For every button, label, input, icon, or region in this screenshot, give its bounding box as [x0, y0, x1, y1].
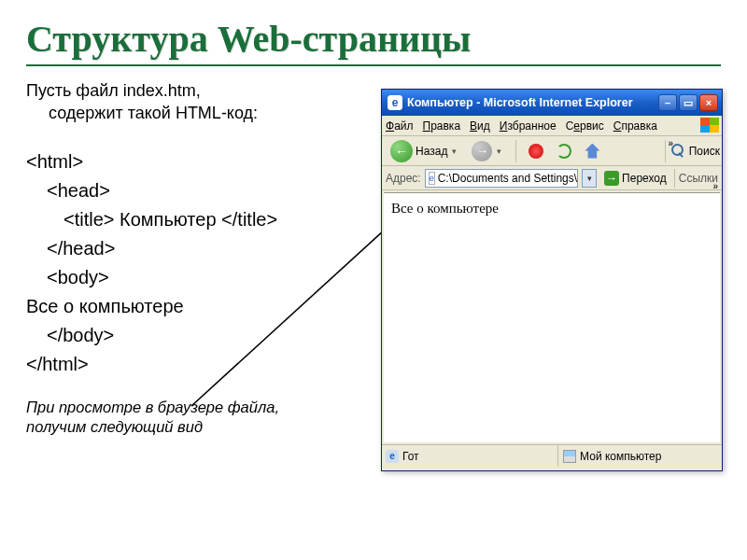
- home-button[interactable]: [580, 142, 604, 161]
- footnote-line-1: При просмотре в браузере файла,: [26, 399, 279, 415]
- status-text: Гот: [402, 450, 419, 463]
- computer-icon: [563, 450, 576, 463]
- links-button[interactable]: Ссылки: [674, 169, 718, 188]
- footnote-line-2: получим следующий вид: [26, 418, 203, 435]
- address-input[interactable]: e C:\Documents and Settings\: [425, 169, 578, 188]
- search-label: Поиск: [689, 145, 720, 158]
- zone-text: Мой компьютер: [580, 450, 661, 463]
- back-button[interactable]: ← Назад ▾: [386, 138, 463, 164]
- titlebar[interactable]: e Компьютер - Microsoft Internet Explore…: [382, 90, 722, 116]
- back-arrow-icon: ←: [390, 140, 413, 162]
- code-line: <html>: [26, 147, 372, 176]
- stop-icon: [529, 144, 543, 159]
- window-title: Компьютер - Microsoft Internet Explorer: [407, 96, 658, 109]
- intro-line-2: содержит такой HTML-код:: [26, 102, 372, 124]
- forward-button[interactable]: → ▾: [467, 139, 508, 163]
- separator: [515, 140, 516, 162]
- stop-button[interactable]: [524, 142, 548, 161]
- search-icon: [671, 144, 686, 159]
- slide-title: Структура Web-страницы: [26, 17, 721, 61]
- menubar: ФФайлайл Правка Вид Избранное Сервис Спр…: [382, 116, 722, 136]
- code-block: <html> <head> <title> Компьютер </title>…: [26, 147, 372, 379]
- code-line: </body>: [26, 321, 372, 350]
- windows-flag-icon: [700, 118, 719, 133]
- address-label: Адрес:: [386, 172, 421, 185]
- code-line: </head>: [26, 234, 372, 263]
- ie-status-icon: e: [386, 450, 399, 463]
- maximize-button[interactable]: ▭: [679, 94, 698, 111]
- refresh-button[interactable]: [552, 142, 576, 161]
- browser-window: e Компьютер - Microsoft Internet Explore…: [381, 89, 723, 471]
- close-button[interactable]: ×: [699, 94, 718, 111]
- go-label: Переход: [622, 172, 667, 185]
- footnote: При просмотре в браузере файла, получим …: [26, 398, 372, 438]
- menu-file[interactable]: ФФайлайл: [386, 119, 414, 133]
- minimize-button[interactable]: –: [658, 94, 677, 111]
- code-line: <body>: [26, 263, 372, 292]
- go-button[interactable]: → Переход: [600, 171, 670, 186]
- search-button[interactable]: Поиск: [665, 140, 720, 162]
- page-content-text: Все о компьютере: [391, 201, 499, 216]
- left-column: Пусть файл index.htm, содержит такой HTM…: [26, 79, 372, 437]
- address-dropdown[interactable]: ▾: [582, 169, 597, 188]
- code-line: Все о компьютере: [26, 292, 372, 321]
- chevron-down-icon[interactable]: ▾: [450, 147, 458, 156]
- ie-icon: e: [388, 95, 402, 110]
- menu-view[interactable]: Вид: [470, 119, 490, 133]
- intro-line-1: Пусть файл index.htm,: [26, 81, 201, 100]
- forward-arrow-icon: →: [472, 141, 492, 161]
- toolbar: ← Назад ▾ → ▾ » Поиск: [382, 136, 722, 166]
- intro-text: Пусть файл index.htm, содержит такой HTM…: [26, 79, 372, 125]
- chevron-down-icon[interactable]: ▾: [495, 147, 503, 156]
- menu-tools[interactable]: Сервис: [566, 119, 604, 133]
- page-viewport[interactable]: Все о компьютере: [384, 192, 720, 442]
- status-bar: e Гот Мой компьютер: [382, 444, 722, 467]
- title-underline: [26, 64, 721, 66]
- back-label: Назад: [416, 145, 447, 158]
- page-icon: e: [429, 172, 435, 185]
- home-icon: [585, 144, 599, 159]
- menu-favorites[interactable]: Избранное: [500, 119, 557, 133]
- code-line: <head>: [26, 176, 372, 205]
- refresh-icon: [557, 144, 571, 159]
- code-line: </html>: [26, 350, 372, 379]
- code-line: <title> Компьютер </title>: [26, 205, 372, 234]
- address-value: C:\Documents and Settings\: [438, 172, 577, 185]
- overflow-chevron[interactable]: »: [712, 181, 718, 191]
- go-arrow-icon: →: [604, 171, 619, 186]
- menu-help[interactable]: Справка: [613, 119, 657, 133]
- menu-edit[interactable]: Правка: [423, 119, 461, 133]
- address-bar: Адрес: e C:\Documents and Settings\ ▾ → …: [382, 166, 722, 190]
